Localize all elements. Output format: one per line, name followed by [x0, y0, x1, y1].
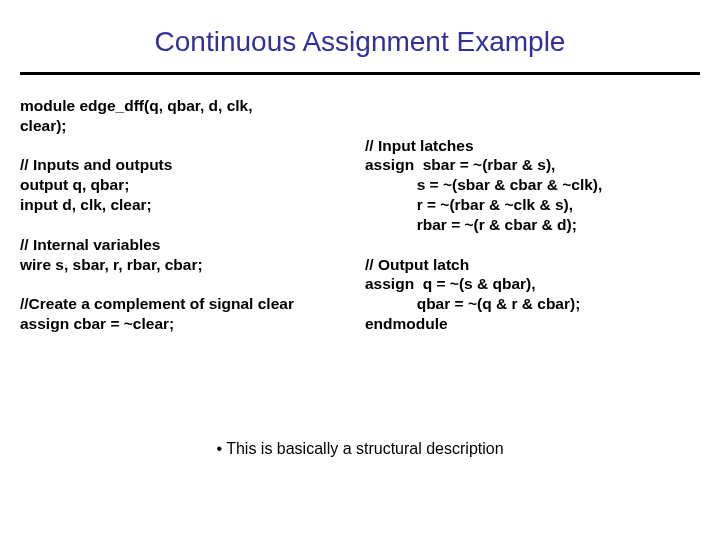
code-line: // Output latch: [365, 256, 469, 273]
title-rule: [20, 72, 700, 75]
code-line: clear);: [20, 117, 67, 134]
code-line: wire s, sbar, r, rbar, cbar;: [20, 256, 203, 273]
code-line: //Create a complement of signal clear: [20, 295, 294, 312]
code-line: // Inputs and outputs: [20, 156, 172, 173]
code-line: // Input latches: [365, 137, 474, 154]
code-line: s = ~(sbar & cbar & ~clk),: [365, 176, 602, 193]
code-line: // Internal variables: [20, 236, 160, 253]
code-line: r = ~(rbar & ~clk & s),: [365, 196, 573, 213]
code-line: endmodule: [365, 315, 448, 332]
slide-title: Continuous Assignment Example: [0, 26, 720, 58]
right-column: // Input latches assign sbar = ~(rbar & …: [365, 96, 700, 334]
left-column: module edge_dff(q, qbar, d, clk, clear);…: [20, 96, 355, 334]
code-line: output q, qbar;: [20, 176, 129, 193]
code-line: module edge_dff(q, qbar, d, clk,: [20, 97, 253, 114]
code-line: assign q = ~(s & qbar),: [365, 275, 536, 292]
code-line: qbar = ~(q & r & cbar);: [365, 295, 580, 312]
slide: Continuous Assignment Example module edg…: [0, 0, 720, 540]
footer-note: • This is basically a structural descrip…: [0, 440, 720, 458]
body-columns: module edge_dff(q, qbar, d, clk, clear);…: [20, 96, 700, 334]
code-line: input d, clk, clear;: [20, 196, 152, 213]
code-line: rbar = ~(r & cbar & d);: [365, 216, 577, 233]
code-line: assign cbar = ~clear;: [20, 315, 174, 332]
code-line: assign sbar = ~(rbar & s),: [365, 156, 555, 173]
